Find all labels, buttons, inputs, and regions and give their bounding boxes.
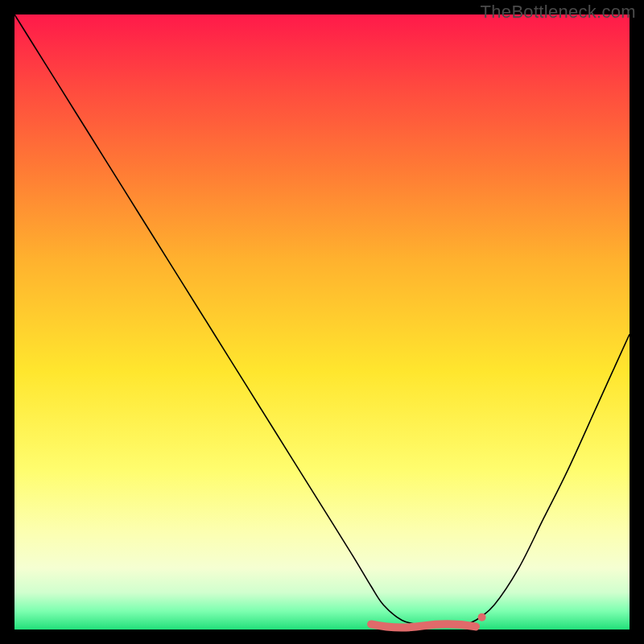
bottleneck-curve <box>14 14 630 626</box>
chart-plot-area <box>14 14 630 630</box>
trough-highlight <box>371 624 476 627</box>
chart-svg <box>14 14 630 630</box>
watermark-text: TheBottleneck.com <box>481 2 636 23</box>
trough-dot <box>478 613 486 621</box>
